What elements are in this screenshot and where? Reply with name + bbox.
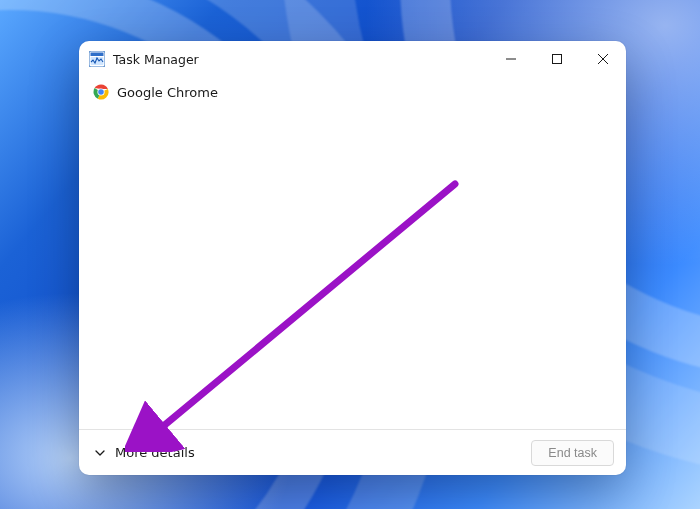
task-manager-window: Task Manager	[79, 41, 626, 475]
window-title: Task Manager	[113, 52, 199, 67]
process-list: Google Chrome	[79, 77, 626, 429]
close-button[interactable]	[580, 41, 626, 77]
svg-point-9	[98, 89, 104, 95]
minimize-button[interactable]	[488, 41, 534, 77]
titlebar[interactable]: Task Manager	[79, 41, 626, 77]
process-name: Google Chrome	[117, 85, 218, 100]
chrome-icon	[93, 84, 109, 100]
end-task-button[interactable]: End task	[531, 440, 614, 466]
footer: More details End task	[79, 429, 626, 475]
chevron-down-icon	[93, 446, 107, 460]
process-row[interactable]: Google Chrome	[85, 79, 620, 105]
svg-rect-4	[553, 55, 562, 64]
svg-rect-2	[91, 53, 104, 57]
window-controls	[488, 41, 626, 77]
more-details-button[interactable]: More details	[91, 441, 197, 464]
task-manager-icon	[89, 51, 105, 67]
maximize-button[interactable]	[534, 41, 580, 77]
more-details-label: More details	[115, 445, 195, 460]
